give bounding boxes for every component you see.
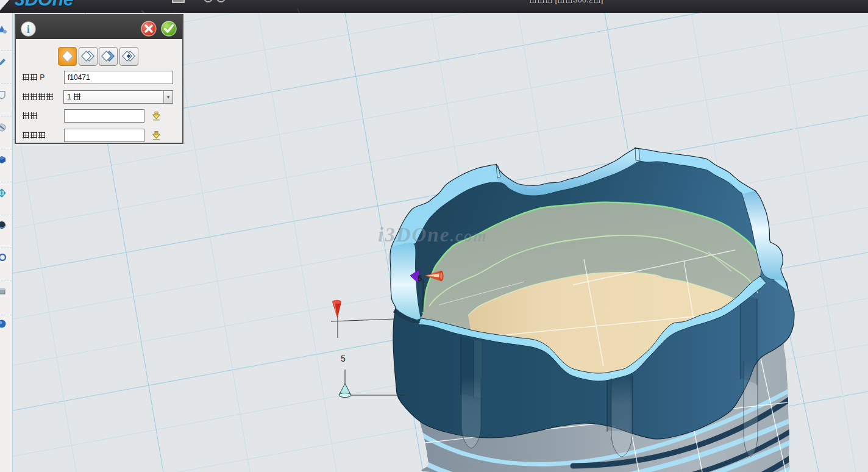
svg-text:5: 5: [341, 354, 346, 363]
svg-text:i3DOne.com: i3DOne.com: [378, 224, 488, 246]
svg-text:5: 5: [418, 274, 422, 283]
